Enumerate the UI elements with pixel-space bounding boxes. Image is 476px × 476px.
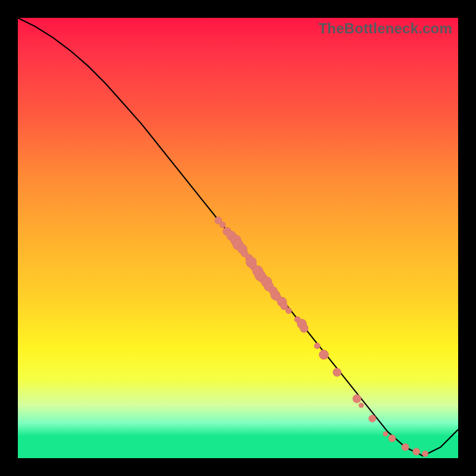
chart-markers <box>215 217 428 456</box>
data-point <box>314 343 320 349</box>
chart-svg <box>18 18 458 458</box>
data-point <box>300 324 308 333</box>
data-point <box>413 448 420 455</box>
data-point <box>286 308 292 314</box>
chart-plot-area: TheBottleneck.com <box>18 18 458 458</box>
data-point <box>369 415 376 422</box>
data-point <box>359 403 364 408</box>
data-point <box>402 444 409 451</box>
data-point <box>389 435 396 442</box>
data-point <box>422 451 428 457</box>
data-point <box>319 350 328 359</box>
data-point <box>333 368 342 377</box>
data-point <box>353 394 361 403</box>
data-point <box>383 431 388 436</box>
data-point <box>220 222 226 228</box>
